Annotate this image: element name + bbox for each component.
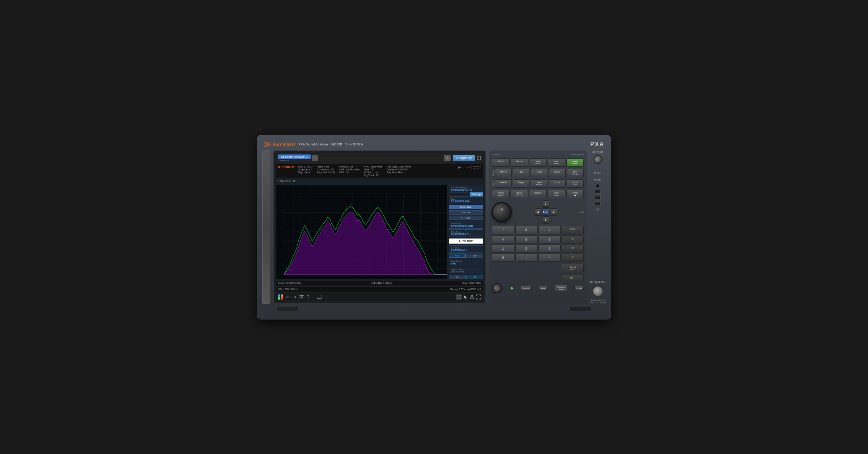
chat-icon[interactable] — [317, 295, 322, 299]
nav-down-button[interactable]: ▼ — [542, 216, 549, 224]
alt-button[interactable]: Alt — [562, 254, 584, 262]
usb-port-1 — [595, 190, 601, 194]
windows-icon[interactable] — [278, 294, 283, 300]
svg-point-41 — [471, 295, 473, 297]
help-hw-button[interactable]: Help — [539, 286, 548, 291]
scale1-label: 1 Scale — [492, 170, 494, 176]
sweep-button[interactable]: SWEEP — [495, 179, 512, 188]
tab-button[interactable]: Tab → — [562, 275, 584, 281]
foot-right — [570, 307, 591, 311]
ctrl-button[interactable]: Ctrl — [562, 245, 584, 253]
backspace-button[interactable]: Bk Sp↑ — [562, 226, 584, 234]
decimal-button[interactable]: . — [515, 254, 537, 262]
ext-mixer-label: Ext Mixer — [592, 150, 603, 153]
touch-icon[interactable] — [469, 294, 475, 300]
full-span-button[interactable]: Full Span — [449, 216, 483, 220]
trigger-button[interactable]: Trigger — [513, 179, 530, 188]
auto-tune-button[interactable]: AUTO TUNE — [449, 238, 483, 244]
main-knob[interactable] — [492, 202, 512, 222]
save-button[interactable]: Save — [549, 179, 566, 188]
mode-meas-button[interactable]: MODE/MEAS — [492, 190, 509, 198]
nav-right-button[interactable]: ▶ — [550, 208, 557, 216]
bw-button[interactable]: BW — [513, 169, 530, 177]
del-button[interactable]: Del — [562, 236, 584, 243]
stop-freq-value[interactable]: 6.010000000 GHz — [451, 233, 481, 236]
main-section: Spectrum Analyzer 1 Swept SA + Frequency — [262, 150, 606, 304]
screen-top-bar: Spectrum Analyzer 1 Swept SA + Frequency — [276, 153, 483, 163]
power-button[interactable] — [492, 283, 502, 293]
restart-button[interactable]: Restart⏭ — [566, 190, 584, 198]
nav-up-button[interactable]: ▲ — [542, 200, 549, 208]
frequency-button[interactable]: Frequency — [453, 155, 476, 161]
num-1[interactable]: 1 — [492, 245, 514, 253]
help-icon[interactable]: ? — [307, 294, 310, 300]
man-button[interactable]: Man — [467, 254, 484, 258]
info-col-5: Avg Type: Log-Power Avg/Hold >100/100 Tr… — [387, 165, 411, 174]
signal-track-off-button[interactable]: Off — [467, 275, 484, 279]
start-freq-value[interactable]: 5.9900000000 GHz — [451, 225, 481, 227]
undo-icon[interactable]: ↩ — [286, 294, 290, 300]
screenshot-icon[interactable] — [299, 295, 304, 299]
info-col-4: PNO: Best Wide Gate: Off IF Gain: Low Si… — [364, 165, 382, 177]
auto-man-row: Auto Man — [449, 254, 483, 258]
info-avg-type: Avg Type: Log-Power — [387, 165, 411, 168]
marker-button[interactable]: Marker — [511, 158, 528, 167]
num-7[interactable]: 7 — [492, 226, 514, 234]
hw-row2: AMPTD BW Trace Recall UserPreset — [495, 169, 584, 177]
nav-left-button[interactable]: ◀ — [534, 208, 541, 216]
user-menu-button[interactable]: UserMenu — [548, 158, 565, 167]
usb-port-3 — [595, 201, 601, 205]
span-value[interactable]: 20.0000000 MHz — [451, 200, 481, 203]
signal-track-on-button[interactable]: On — [449, 275, 466, 279]
peak-search-button[interactable]: PeakSearch — [529, 158, 546, 167]
obsolete-button[interactable]: ObsoleteOn/Off — [555, 285, 567, 292]
freq-offset-value[interactable]: 0 Hz — [451, 262, 481, 265]
swept-span-button[interactable]: Swept Span — [449, 205, 483, 209]
add-tab-button[interactable]: + — [312, 155, 318, 161]
num-9[interactable]: 9 — [539, 226, 561, 234]
gear-button[interactable] — [444, 155, 451, 161]
num-6[interactable]: 6 — [539, 236, 561, 243]
instrument-feet — [262, 307, 606, 311]
freq-hw-button[interactable]: FREQ — [492, 158, 509, 167]
channel-label: Channel — [492, 153, 500, 156]
num-3[interactable]: 3 — [539, 245, 561, 253]
center-freq-value[interactable]: 6.000000000 GHz — [451, 188, 481, 191]
system-button[interactable]: System — [520, 286, 532, 291]
cancel-esc-button[interactable]: Cancel(Esc) — [562, 264, 584, 272]
dropdown-icon — [293, 180, 295, 183]
settings-button[interactable]: Settings — [470, 192, 483, 196]
minus-button[interactable]: — — [539, 254, 561, 262]
num-8[interactable]: 8 — [515, 226, 537, 234]
screen-tab[interactable]: Spectrum Analyzer 1 — [278, 154, 311, 159]
cursor-icon[interactable] — [463, 294, 468, 300]
trace-button[interactable]: Trace — [531, 169, 548, 177]
zero-span-button[interactable]: Zero Span — [449, 210, 483, 215]
level-bars: 1 2 3 4 — [464, 166, 470, 169]
cf-step-value[interactable]: 2.000000 MHz — [451, 249, 481, 251]
num-2[interactable]: 2 — [515, 245, 537, 253]
num-0[interactable]: 0 — [492, 254, 514, 262]
display-button[interactable]: Display — [529, 190, 546, 198]
num-5[interactable]: 5 — [515, 236, 537, 243]
undo-hw-button[interactable]: Undo — [574, 286, 584, 291]
grid-icon[interactable] — [456, 294, 461, 300]
quick-save-button[interactable]: QuickSave — [548, 190, 565, 198]
hw-row3-container: 2 Scale SWEEP Trigger Input/Output Save … — [492, 179, 584, 188]
input-output-button[interactable]: Input/Output — [531, 179, 548, 188]
spectrum-area: Scale/Div 10 dB Log Ref Level -20.00 dBm… — [276, 185, 483, 279]
spectrum-label: 1 Spectrum — [278, 180, 291, 182]
keysight-icon — [264, 142, 271, 147]
auto-button[interactable]: Auto — [449, 254, 466, 258]
mode-preset-button[interactable]: ModePreset — [566, 158, 584, 167]
meas-setup-button[interactable]: MEASSETUP — [511, 190, 528, 198]
hw-row1: FREQ Marker PeakSearch UserMenu ModePres… — [492, 158, 584, 167]
recall-button[interactable]: Recall — [549, 169, 566, 177]
user-preset-button[interactable]: UserPreset — [567, 169, 584, 177]
amptd-button[interactable]: AMPTD — [495, 169, 512, 177]
num-4[interactable]: 4 — [492, 236, 514, 243]
single-cont-button[interactable]: Single/Cont — [567, 179, 584, 188]
fullscreen-icon[interactable] — [476, 294, 481, 300]
enter-button[interactable]: Enter — [542, 208, 549, 216]
redo-icon[interactable]: ↪ — [293, 294, 296, 300]
